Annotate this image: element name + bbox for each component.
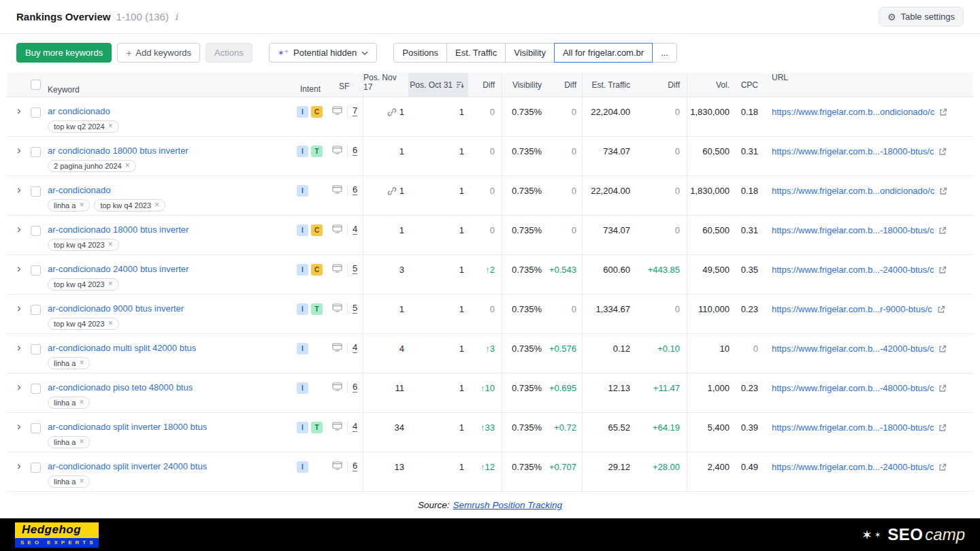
serp-features-count[interactable]: 6 xyxy=(353,461,357,471)
url-link[interactable]: https://www.frigelar.com.b...-48000-btus… xyxy=(772,384,934,393)
url-link[interactable]: https://www.frigelar.com.b...-42000-btus… xyxy=(772,344,934,354)
column-header-traffic-diff[interactable]: Diff xyxy=(634,73,687,97)
serp-features-count[interactable]: 5 xyxy=(353,264,357,274)
info-icon[interactable]: i xyxy=(175,12,178,22)
serp-features-icon[interactable] xyxy=(332,185,342,194)
external-link-icon[interactable] xyxy=(938,266,947,274)
url-link[interactable]: https://www.frigelar.com.b...ondicionado… xyxy=(772,107,934,117)
remove-tag-icon[interactable]: × xyxy=(79,201,84,210)
serp-features-count[interactable]: 7 xyxy=(353,106,357,116)
row-checkbox[interactable] xyxy=(31,186,41,197)
serp-features-icon[interactable] xyxy=(332,422,342,431)
external-link-icon[interactable] xyxy=(938,424,947,432)
serp-features-icon[interactable] xyxy=(332,343,342,352)
keyword-link[interactable]: ar-condicionado 24000 btus inverter xyxy=(48,264,189,274)
column-header-pos-diff[interactable]: Diff xyxy=(468,73,502,97)
external-link-icon[interactable] xyxy=(938,384,947,393)
external-link-icon[interactable] xyxy=(938,345,947,353)
keyword-link[interactable]: ar-condicionado 18000 btus inverter xyxy=(48,224,189,235)
buy-more-keywords-button[interactable]: Buy more keywords xyxy=(16,43,112,63)
serp-features-count[interactable]: 4 xyxy=(353,422,357,432)
serp-features-icon[interactable] xyxy=(332,224,342,233)
keyword-tag[interactable]: top kw q2 2024× xyxy=(48,120,119,133)
remove-tag-icon[interactable]: × xyxy=(108,240,113,249)
expand-row-icon[interactable]: › xyxy=(17,262,21,275)
remove-tag-icon[interactable]: × xyxy=(79,358,84,367)
keyword-link[interactable]: ar-condicionado 9000 btus inverter xyxy=(48,303,184,314)
row-checkbox[interactable] xyxy=(31,463,41,473)
remove-tag-icon[interactable]: × xyxy=(108,319,113,328)
url-link[interactable]: https://www.frigelar.com.b...-24000-btus… xyxy=(772,463,934,472)
keyword-tag[interactable]: linha a× xyxy=(48,199,90,212)
column-header-visibility[interactable]: Visibility xyxy=(502,73,546,97)
table-settings-button[interactable]: ⚙ Table settings xyxy=(879,7,964,27)
remove-tag-icon[interactable]: × xyxy=(79,477,84,486)
keyword-link[interactable]: ar condicionado xyxy=(48,106,110,116)
select-all-checkbox[interactable] xyxy=(31,80,41,90)
keyword-tag[interactable]: 2 pagina junho 2024× xyxy=(48,160,136,172)
url-link[interactable]: https://www.frigelar.com.b...r-9000-btus… xyxy=(772,305,932,314)
keyword-link[interactable]: ar-condicionado split inverter 24000 btu… xyxy=(48,461,207,471)
url-link[interactable]: https://www.frigelar.com.b...-18000-btus… xyxy=(772,226,934,235)
keyword-tag[interactable]: linha a× xyxy=(48,475,90,488)
keyword-tag[interactable]: top kw q4 2023× xyxy=(48,278,119,290)
remove-tag-icon[interactable]: × xyxy=(125,161,130,170)
remove-tag-icon[interactable]: × xyxy=(154,201,159,210)
keyword-link[interactable]: ar-condicionado xyxy=(48,185,111,195)
row-checkbox[interactable] xyxy=(31,423,41,433)
expand-row-icon[interactable]: › xyxy=(17,459,21,472)
tab-overflow[interactable]: ... xyxy=(652,43,677,63)
row-checkbox[interactable] xyxy=(31,384,41,394)
keyword-tag[interactable]: top kw q4 2023× xyxy=(48,318,119,330)
tab-positions[interactable]: Positions xyxy=(393,43,447,63)
keyword-tag[interactable]: top kw q4 2023× xyxy=(48,239,119,251)
external-link-icon[interactable] xyxy=(939,187,947,195)
expand-row-icon[interactable]: › xyxy=(17,380,21,393)
row-checkbox[interactable] xyxy=(31,107,41,118)
serp-features-count[interactable]: 6 xyxy=(353,146,357,156)
serp-features-count[interactable]: 4 xyxy=(353,343,357,353)
external-link-icon[interactable] xyxy=(938,227,947,235)
external-link-icon[interactable] xyxy=(938,148,947,156)
url-link[interactable]: https://www.frigelar.com.b...-24000-btus… xyxy=(772,265,934,275)
row-checkbox[interactable] xyxy=(31,344,41,354)
row-checkbox[interactable] xyxy=(31,147,41,157)
url-link[interactable]: https://www.frigelar.com.b...-18000-btus… xyxy=(772,423,934,433)
tab-est-traffic[interactable]: Est. Traffic xyxy=(446,43,506,63)
column-header-vol[interactable]: Vol. xyxy=(687,73,734,97)
column-header-keyword[interactable]: Keyword xyxy=(48,73,297,97)
keyword-link[interactable]: ar condicionado 18000 btus inverter xyxy=(48,146,189,156)
pinned-link-icon[interactable] xyxy=(387,186,397,196)
expand-row-icon[interactable]: › xyxy=(17,183,21,196)
row-checkbox[interactable] xyxy=(31,305,41,315)
remove-tag-icon[interactable]: × xyxy=(108,122,113,131)
row-checkbox[interactable] xyxy=(31,265,41,276)
expand-row-icon[interactable]: › xyxy=(17,301,21,314)
tab-visibility[interactable]: Visibility xyxy=(505,43,555,63)
keyword-tag[interactable]: linha a× xyxy=(48,357,90,369)
serp-features-icon[interactable] xyxy=(332,382,342,391)
serp-features-count[interactable]: 5 xyxy=(353,303,357,314)
expand-row-icon[interactable]: › xyxy=(17,222,21,235)
keyword-tag[interactable]: top kw q4 2023× xyxy=(94,199,165,212)
column-header-pos-nov17[interactable]: Pos. Nov 17 xyxy=(363,73,408,97)
column-header-visibility-diff[interactable]: Diff xyxy=(546,73,583,97)
row-checkbox[interactable] xyxy=(31,226,41,236)
expand-row-icon[interactable]: › xyxy=(17,104,21,117)
serp-features-icon[interactable] xyxy=(332,303,342,312)
serp-features-count[interactable]: 6 xyxy=(353,382,357,393)
expand-row-icon[interactable]: › xyxy=(17,144,21,156)
expand-row-icon[interactable]: › xyxy=(17,420,21,433)
serp-features-icon[interactable] xyxy=(332,146,342,154)
actions-button[interactable]: Actions xyxy=(206,43,252,63)
column-header-pos-oct31[interactable]: Pos. Oct 31 xyxy=(408,73,468,97)
remove-tag-icon[interactable]: × xyxy=(108,280,113,288)
remove-tag-icon[interactable]: × xyxy=(79,398,84,407)
external-link-icon[interactable] xyxy=(939,108,947,116)
column-header-intent[interactable]: Intent xyxy=(297,73,328,97)
keyword-link[interactable]: ar-condicionado split inverter 18000 btu… xyxy=(48,422,207,432)
serp-features-icon[interactable] xyxy=(332,106,342,115)
potential-hidden-dropdown[interactable]: ✶⁺ Potential hidden xyxy=(269,43,378,63)
url-link[interactable]: https://www.frigelar.com.b...-18000-btus… xyxy=(772,147,934,156)
keyword-tag[interactable]: linha a× xyxy=(48,436,90,448)
